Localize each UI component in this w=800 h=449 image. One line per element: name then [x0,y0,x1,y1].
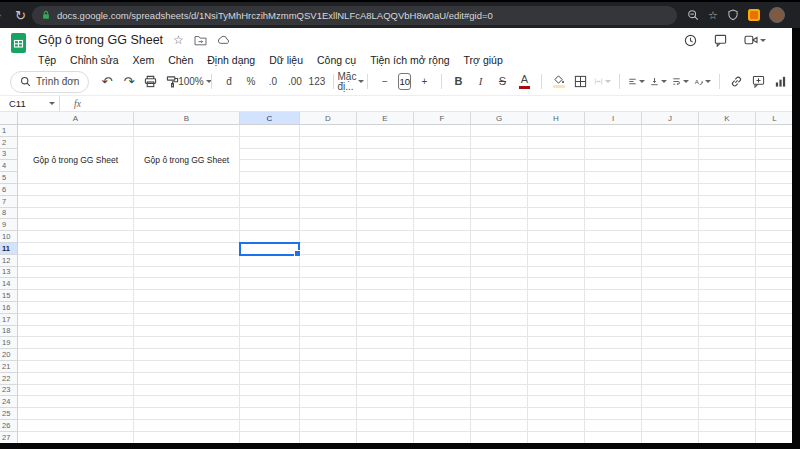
cell-B22[interactable] [134,373,240,385]
cell-E16[interactable] [357,302,414,314]
cell-B12[interactable] [134,255,240,267]
menu-view[interactable]: Xem [133,54,155,66]
cell-C3[interactable] [240,149,300,161]
font-size-input[interactable]: 10 [398,73,411,90]
cell-E13[interactable] [357,267,414,279]
cell-J14[interactable] [642,278,699,290]
cell-B19[interactable] [134,337,240,349]
cell-A19[interactable] [18,337,134,349]
cell-C23[interactable] [240,385,300,397]
cell-A27[interactable] [18,432,134,444]
cell-E25[interactable] [357,408,414,420]
cell-J13[interactable] [642,267,699,279]
cell-C27[interactable] [240,432,300,444]
cell-C14[interactable] [240,278,300,290]
cell-J4[interactable] [642,160,699,172]
cell-F20[interactable] [414,349,471,361]
cell-G1[interactable] [471,125,528,137]
row-header-13[interactable]: 13 [0,267,18,279]
cell-G27[interactable] [471,432,528,444]
cell-J26[interactable] [642,420,699,432]
cell-G16[interactable] [471,302,528,314]
cell-I14[interactable] [585,278,642,290]
cell-E18[interactable] [357,326,414,338]
cell-H9[interactable] [528,219,585,231]
cell-F17[interactable] [414,314,471,326]
cell-L4[interactable] [756,160,794,172]
insert-link-button[interactable] [728,71,745,93]
menu-insert[interactable]: Chèn [168,54,193,66]
row-header-7[interactable]: 7 [0,196,18,208]
cell-B8[interactable] [134,208,240,220]
cell-I2[interactable] [585,137,642,149]
cell-K5[interactable] [699,172,756,184]
row-header-17[interactable]: 17 [0,314,18,326]
cell-B27[interactable] [134,432,240,444]
cell-G2[interactable] [471,137,528,149]
cell-F26[interactable] [414,420,471,432]
cell-K14[interactable] [699,278,756,290]
cell-L1[interactable] [756,125,794,137]
cell-H21[interactable] [528,361,585,373]
cell-B1[interactable] [134,125,240,137]
cell-B9[interactable] [134,219,240,231]
cell-F15[interactable] [414,290,471,302]
cell-D16[interactable] [300,302,357,314]
row-header-20[interactable]: 20 [0,349,18,361]
cell-B10[interactable] [134,231,240,243]
cell-B13[interactable] [134,267,240,279]
cell-I19[interactable] [585,337,642,349]
cell-K9[interactable] [699,219,756,231]
cell-E23[interactable] [357,385,414,397]
cell-G14[interactable] [471,278,528,290]
cell-K8[interactable] [699,208,756,220]
cell-A26[interactable] [18,420,134,432]
row-header-4[interactable]: 4 [0,160,18,172]
cell-G13[interactable] [471,267,528,279]
cell-D20[interactable] [300,349,357,361]
row-header-23[interactable]: 23 [0,385,18,397]
cell-G25[interactable] [471,408,528,420]
cell-C4[interactable] [240,160,300,172]
cell-I1[interactable] [585,125,642,137]
cell-C8[interactable] [240,208,300,220]
cell-A13[interactable] [18,267,134,279]
cell-E21[interactable] [357,361,414,373]
cell-J3[interactable] [642,149,699,161]
cell-I23[interactable] [585,385,642,397]
cell-I13[interactable] [585,267,642,279]
cell-C12[interactable] [240,255,300,267]
cell-K11[interactable] [699,243,756,255]
decrease-font-size-button[interactable]: − [376,71,393,93]
cell-K1[interactable] [699,125,756,137]
increase-font-size-button[interactable]: + [416,71,433,93]
merged-cell-A2-A5[interactable]: Gộp ô trong GG Sheet [18,137,134,184]
row-header-25[interactable]: 25 [0,408,18,420]
cell-I9[interactable] [585,219,642,231]
cell-E11[interactable] [357,243,414,255]
redo-button[interactable]: ↷ [120,71,137,93]
cell-K22[interactable] [699,373,756,385]
cell-G11[interactable] [471,243,528,255]
cell-G17[interactable] [471,314,528,326]
row-header-8[interactable]: 8 [0,208,18,220]
cell-D17[interactable] [300,314,357,326]
cell-H4[interactable] [528,160,585,172]
bold-button[interactable]: B [450,71,467,93]
cell-G21[interactable] [471,361,528,373]
row-header-27[interactable]: 27 [0,432,18,444]
cell-H2[interactable] [528,137,585,149]
name-box-dropdown-icon[interactable] [49,102,55,105]
cell-C21[interactable] [240,361,300,373]
cell-L8[interactable] [756,208,794,220]
cell-F16[interactable] [414,302,471,314]
cell-I24[interactable] [585,396,642,408]
cell-K2[interactable] [699,137,756,149]
cloud-status-icon[interactable] [217,35,231,45]
cell-D27[interactable] [300,432,357,444]
cell-A21[interactable] [18,361,134,373]
cell-F1[interactable] [414,125,471,137]
merge-cells-button[interactable] [594,71,611,93]
cell-H8[interactable] [528,208,585,220]
currency-format-button[interactable]: đ [220,71,237,93]
